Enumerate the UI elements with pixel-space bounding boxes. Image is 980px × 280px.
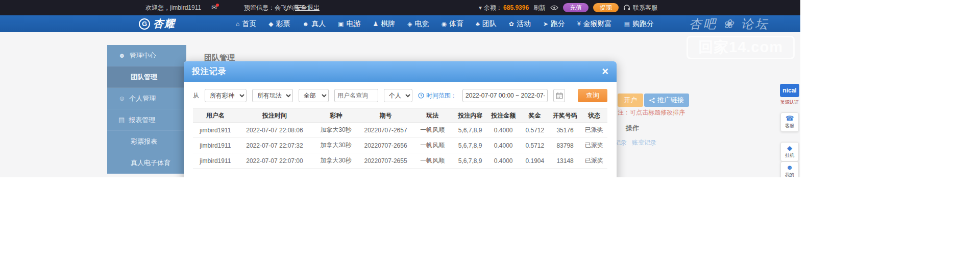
col-content[interactable]: 投注内容 — [454, 109, 486, 123]
table-row: jimbird1911 2022-07-07 22:08:06 加拿大30秒 2… — [193, 123, 607, 138]
person-icon: ☻ — [302, 20, 309, 28]
notification-dot — [216, 4, 219, 7]
balance-label: 余额： — [484, 4, 502, 12]
nav-item-egames[interactable]: ▣电游 — [338, 19, 360, 29]
nav-item-wealth[interactable]: ¥金猴财富 — [577, 19, 612, 29]
service-widget[interactable]: ☎ 客服 — [780, 112, 799, 132]
calendar-icon — [556, 92, 563, 99]
cert-text: 奖源认证 — [780, 99, 799, 106]
headset-icon: ☎ — [786, 115, 794, 122]
calendar-button[interactable] — [553, 89, 565, 102]
time-range-label: 时间范围： — [426, 91, 457, 100]
site-logo[interactable]: G 杏耀 — [139, 15, 176, 32]
nav-item-home[interactable]: ⌂首页 — [236, 19, 256, 29]
col-lottery[interactable]: 彩种 — [311, 109, 360, 123]
query-button[interactable]: 查询 — [578, 89, 607, 102]
page: 欢迎您，jimbird1911 ✉ 预留信息：会飞的燕子 安全退出 ▾ 余额： … — [0, 0, 800, 177]
scooter-icon: ➤ — [543, 20, 548, 28]
home-icon: ⌂ — [236, 20, 239, 28]
topbar-right: ▾ 余额： 685.9396 刷新 充值 提现 联系客服 — [479, 0, 657, 15]
modal-title: 投注记录 — [192, 66, 227, 77]
status-badge: 已派奖 — [581, 123, 607, 138]
team-icon: ♣ — [476, 20, 480, 28]
person-icon: ☻ — [786, 164, 793, 171]
topbar: 欢迎您，jimbird1911 ✉ 预留信息：会飞的燕子 安全退出 ▾ 余额： … — [0, 0, 800, 15]
chess-icon: ♟ — [373, 20, 378, 28]
esports-icon: ◈ — [407, 20, 412, 28]
col-username[interactable]: 用户名 — [193, 109, 238, 123]
play-type-select[interactable]: 所有玩法 — [252, 89, 293, 102]
time-range-input[interactable] — [462, 89, 548, 102]
gamepad-icon: ▣ — [338, 20, 344, 28]
logo-icon: G — [139, 18, 150, 30]
gift-icon: ✿ — [509, 20, 514, 28]
recharge-button[interactable]: 充值 — [563, 3, 589, 12]
nav-item-team[interactable]: ♣团队 — [476, 19, 497, 29]
col-play[interactable]: 玩法 — [411, 109, 454, 123]
phone-icon: ▤ — [624, 20, 630, 28]
nav-item-chess[interactable]: ♟棋牌 — [373, 19, 395, 29]
contact-service-link[interactable]: 联系客服 — [623, 4, 657, 12]
logout-link[interactable]: 安全退出 — [295, 0, 320, 15]
filter-bar: 从 所有彩种 所有玩法 全部 个人 时间范围： 查询 — [193, 89, 607, 102]
table-row: jimbird1911 2022-07-07 22:07:32 加拿大30秒 2… — [193, 138, 607, 153]
close-icon[interactable]: × — [602, 66, 608, 77]
eye-icon[interactable] — [550, 5, 558, 11]
cert-badge[interactable]: nical — [780, 84, 799, 97]
balance-value: 685.9396 — [503, 4, 529, 11]
nav-item-lottery[interactable]: ◆彩票 — [268, 19, 290, 29]
col-issue[interactable]: 期号 — [360, 109, 411, 123]
bet-records-modal: 投注记录 × 从 所有彩种 所有玩法 全部 个人 时间范围： 查询 — [184, 61, 617, 177]
ball-icon: ◉ — [441, 20, 446, 28]
nav-menu: ⌂首页 ◆彩票 ☻真人 ▣电游 ♟棋牌 ◈电竞 ◉体育 ♣团队 ✿活动 ➤跑分 … — [236, 15, 654, 32]
username-input[interactable] — [334, 89, 378, 102]
scope-select[interactable]: 个人 — [384, 89, 412, 102]
envelope-icon[interactable]: ✉ — [211, 0, 217, 15]
table-row: jimbird1911 2022-07-07 22:07:00 加拿大30秒 2… — [193, 153, 607, 169]
nav-item-live[interactable]: ☻真人 — [302, 19, 326, 29]
col-bet-time[interactable]: 投注时间 — [238, 109, 312, 123]
welcome-text: 欢迎您，jimbird1911 — [145, 0, 201, 15]
nav-item-buy-paofen[interactable]: ▤购跑分 — [624, 19, 654, 29]
bet-records-table: 用户名 投注时间 彩种 期号 玩法 投注内容 投注金额 奖金 开奖号码 状态 j — [193, 108, 607, 169]
mine-widget[interactable]: ☻ 我的 — [780, 161, 799, 177]
status-badge: 已派奖 — [581, 138, 607, 153]
status-badge: 已派奖 — [581, 153, 607, 169]
withdraw-button[interactable]: 提现 — [593, 3, 619, 12]
status-select[interactable]: 全部 — [299, 89, 329, 102]
col-open-number[interactable]: 开奖号码 — [549, 109, 581, 123]
logo-text: 杏耀 — [153, 17, 176, 31]
lottery-type-select[interactable]: 所有彩种 — [205, 89, 247, 102]
nav-item-paofen[interactable]: ➤跑分 — [543, 19, 565, 29]
nav-item-sports[interactable]: ◉体育 — [441, 19, 463, 29]
col-status[interactable]: 状态 — [581, 109, 607, 123]
modal-header: 投注记录 × — [184, 61, 617, 82]
afk-widget[interactable]: ◆ 挂机 — [780, 142, 799, 161]
lottery-icon: ◆ — [268, 20, 273, 28]
nav-item-esports[interactable]: ◈电竞 — [407, 19, 429, 29]
time-range-label-wrap: 时间范围： — [418, 91, 457, 100]
coin-icon: ¥ — [577, 20, 581, 28]
contact-service-label: 联系客服 — [633, 4, 657, 12]
nav-item-activity[interactable]: ✿活动 — [509, 19, 531, 29]
col-prize[interactable]: 奖金 — [520, 109, 549, 123]
diamond-icon: ◆ — [787, 145, 792, 151]
navbar: G 杏耀 ⌂首页 ◆彩票 ☻真人 ▣电游 ♟棋牌 ◈电竞 ◉体育 ♣团队 ✿活动… — [0, 15, 800, 32]
table-header-row: 用户名 投注时间 彩种 期号 玩法 投注内容 投注金额 奖金 开奖号码 状态 — [193, 109, 607, 123]
clock-icon — [418, 92, 424, 99]
modal-body: 从 所有彩种 所有玩法 全部 个人 时间范围： 查询 — [184, 82, 617, 169]
headset-icon — [623, 5, 630, 11]
balance-caret-icon[interactable]: ▾ — [479, 4, 482, 11]
col-amount[interactable]: 投注金额 — [486, 109, 521, 123]
from-label: 从 — [193, 91, 199, 100]
refresh-link[interactable]: 刷新 — [533, 4, 546, 12]
